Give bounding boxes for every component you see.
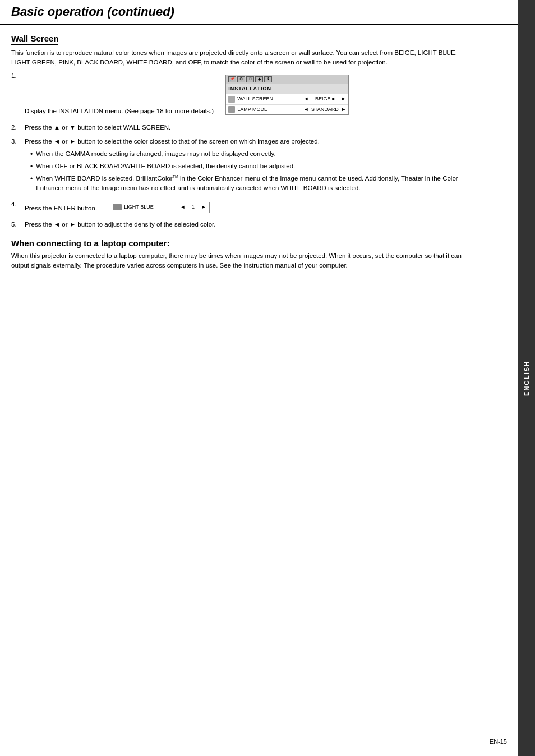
steps-list: 1. Display the INSTALLATION menu. (See p… xyxy=(11,71,477,229)
wall-screen-heading: Wall Screen xyxy=(11,34,58,45)
side-tab-label: ENGLISH xyxy=(523,361,530,396)
enter-label: LIGHT BLUE xyxy=(124,204,178,211)
wall-screen-row-value: BEIGE ■ xyxy=(311,95,339,103)
menu-title-row: INSTALLATION xyxy=(226,84,348,95)
menu-icon-1: 📌 xyxy=(228,76,236,82)
menu-icon-5: ℹ xyxy=(264,76,272,82)
step-3-content: Press the ◄ or ► button to select the co… xyxy=(25,137,477,195)
step-1-content: Display the INSTALLATION menu. (See page… xyxy=(25,71,477,119)
lamp-mode-left-arrow[interactable]: ◄ xyxy=(303,106,308,114)
step-2-num: 2. xyxy=(11,123,21,132)
step-5: 5. Press the ◄ or ► button to adjust the… xyxy=(11,220,477,229)
laptop-heading: When connecting to a laptop computer: xyxy=(11,238,477,248)
page-number: EN-15 xyxy=(490,738,507,745)
step-5-text: Press the ◄ or ► button to adjust the de… xyxy=(25,221,215,228)
bullet-1-text: When the GAMMA mode setting is changed, … xyxy=(36,149,275,159)
bullet-2: When OFF or BLACK BOARD/WHITE BOARD is s… xyxy=(30,162,477,172)
menu-icon-2: ⚙ xyxy=(237,76,245,82)
menu-row-wall-screen: WALL SCREEN ◄ BEIGE ■ ► xyxy=(226,94,348,105)
installation-menu-box: 📌 ⚙ □ ◆ ℹ INSTALLATION WA xyxy=(225,75,349,116)
lamp-mode-row-icon xyxy=(228,106,235,113)
wall-screen-left-arrow[interactable]: ◄ xyxy=(303,95,308,103)
enter-num: 1 xyxy=(187,204,199,211)
lamp-mode-right-arrow[interactable]: ► xyxy=(341,106,346,114)
title-bar: Basic operation (continued) xyxy=(0,0,535,25)
enter-left-arrow[interactable]: ◄ xyxy=(180,204,185,211)
step-2-content: Press the ▲ or ▼ button to select WALL S… xyxy=(25,123,477,132)
page-title: Basic operation (continued) xyxy=(11,4,501,19)
bullet-3: When WHITE BOARD is selected, BrilliantC… xyxy=(30,174,477,193)
wall-screen-intro: This function is to reproduce natural co… xyxy=(11,48,477,68)
bullet-2-text: When OFF or BLACK BOARD/WHITE BOARD is s… xyxy=(36,162,295,171)
menu-header: 📌 ⚙ □ ◆ ℹ xyxy=(226,75,348,84)
bullet-3-text: When WHITE BOARD is selected, BrilliantC… xyxy=(36,174,477,193)
enter-right-arrow[interactable]: ► xyxy=(201,204,206,211)
step-3-num: 3. xyxy=(11,137,21,146)
step-1-num: 1. xyxy=(11,71,21,81)
menu-title-text: INSTALLATION xyxy=(228,85,271,93)
lamp-mode-row-label: LAMP MODE xyxy=(237,106,301,114)
side-tab: ENGLISH xyxy=(518,0,535,756)
menu-header-icons: 📌 ⚙ □ ◆ ℹ xyxy=(228,76,272,82)
wall-screen-right-arrow[interactable]: ► xyxy=(341,95,346,103)
step-2-text: Press the ▲ or ▼ button to select WALL S… xyxy=(25,124,170,131)
step-4-text: Press the ENTER button. xyxy=(25,205,97,211)
step-3-bullets: When the GAMMA mode setting is changed, … xyxy=(25,149,477,193)
bullet-1: When the GAMMA mode setting is changed, … xyxy=(30,149,477,159)
wall-screen-section: Wall Screen This function is to reproduc… xyxy=(11,34,477,229)
wall-screen-row-label: WALL SCREEN xyxy=(237,95,301,103)
menu-icon-3: □ xyxy=(246,76,254,82)
step-5-content: Press the ◄ or ► button to adjust the de… xyxy=(25,220,477,229)
step-3: 3. Press the ◄ or ► button to select the… xyxy=(11,137,477,195)
step-4: 4. Press the ENTER button. LIGHT BLUE ◄ … xyxy=(11,200,477,215)
laptop-text: When this projector is connected to a la… xyxy=(11,251,477,271)
step-5-num: 5. xyxy=(11,220,21,229)
menu-icon-4: ◆ xyxy=(255,76,263,82)
step-1-text: Display the INSTALLATION menu. (See page… xyxy=(25,107,214,114)
enter-icon xyxy=(113,204,122,210)
main-content: Wall Screen This function is to reproduc… xyxy=(0,25,505,283)
step-4-num: 4. xyxy=(11,200,21,209)
enter-box: LIGHT BLUE ◄ 1 ► xyxy=(109,202,210,213)
wall-screen-row-icon xyxy=(228,96,235,103)
step-4-content: Press the ENTER button. LIGHT BLUE ◄ 1 ► xyxy=(25,200,477,215)
step-1: 1. Display the INSTALLATION menu. (See p… xyxy=(11,71,477,119)
step-2: 2. Press the ▲ or ▼ button to select WAL… xyxy=(11,123,477,132)
step-3-text: Press the ◄ or ► button to select the co… xyxy=(25,138,320,145)
lamp-mode-row-value: STANDARD xyxy=(311,106,339,114)
laptop-section: When connecting to a laptop computer: Wh… xyxy=(11,238,477,271)
menu-row-lamp-mode: LAMP MODE ◄ STANDARD ► xyxy=(226,105,348,115)
